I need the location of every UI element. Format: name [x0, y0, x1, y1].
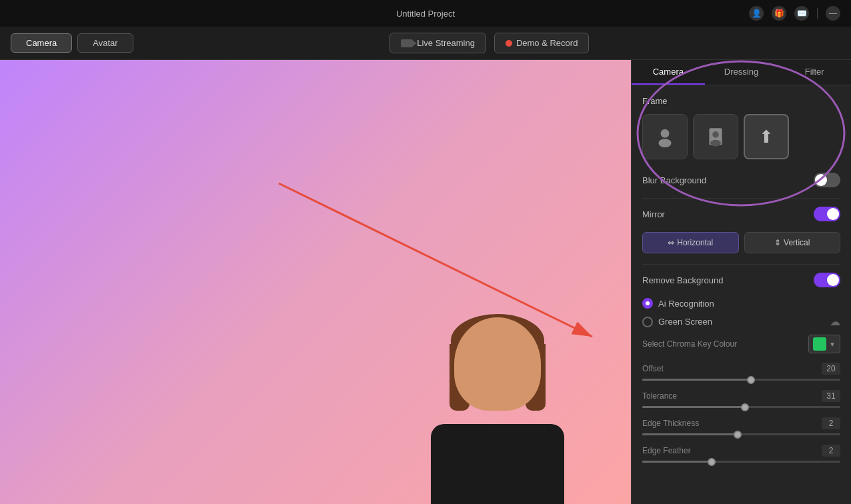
edge-feather-thumb[interactable] — [708, 458, 716, 466]
panel-content: Frame — [632, 85, 851, 504]
tolerance-value: 31 — [822, 390, 840, 402]
offset-thumb[interactable] — [747, 376, 755, 384]
demo-record-button[interactable]: Demo & Record — [494, 33, 589, 53]
edge-thickness-thumb[interactable] — [734, 431, 742, 439]
svg-point-4 — [658, 139, 671, 147]
tolerance-slider-row: Tolerance 31 — [642, 390, 840, 408]
titlebar: Untitled Project 👤 🎁 ✉️ — — [0, 0, 851, 27]
ai-recognition-radio[interactable] — [642, 298, 653, 309]
frame-option-portrait-circle[interactable] — [642, 114, 688, 159]
mail-icon[interactable]: ✉️ — [794, 6, 809, 21]
frame-options: ⬆ — [642, 114, 840, 159]
blur-bg-toggle[interactable] — [814, 173, 840, 187]
frame-option-portrait-square[interactable] — [693, 114, 738, 159]
edge-feather-slider-row: Edge Feather 2 — [642, 445, 840, 463]
svg-point-7 — [710, 140, 721, 147]
titlebar-icons: 👤 🎁 ✉️ — — [749, 6, 840, 21]
vertical-label: Vertical — [784, 238, 810, 247]
edge-feather-header: Edge Feather 2 — [642, 445, 840, 457]
main-layout: Camera Dressing Filter Frame — [0, 60, 851, 504]
horizontal-label: Horizontal — [677, 238, 713, 247]
edge-thickness-value: 2 — [822, 417, 840, 429]
frame-option-cursor[interactable]: ⬆ — [744, 114, 789, 159]
tab-dressing[interactable]: Dressing — [705, 60, 778, 85]
mirror-buttons: ⇔ Horizontal ⇕ Vertical — [642, 232, 840, 253]
gift-icon[interactable]: 🎁 — [772, 6, 786, 21]
remove-bg-row: Remove Background — [642, 273, 840, 287]
app-title: Untitled Project — [396, 9, 455, 19]
offset-label: Offset — [642, 364, 664, 373]
video-person — [404, 304, 591, 504]
right-panel: Camera Dressing Filter Frame — [631, 60, 851, 504]
edge-feather-label: Edge Feather — [642, 446, 691, 455]
edge-thickness-fill — [642, 433, 738, 435]
tolerance-track[interactable] — [642, 406, 840, 408]
green-screen-label: Green Screen — [658, 317, 712, 327]
edge-feather-track[interactable] — [642, 461, 840, 463]
offset-fill — [642, 379, 751, 381]
live-streaming-icon — [401, 39, 413, 47]
tab-filter[interactable]: Filter — [778, 60, 851, 85]
portrait-circle-icon — [654, 126, 676, 147]
blur-background-row: Blur Background — [642, 173, 840, 187]
edge-thickness-slider-row: Edge Thickness 2 — [642, 417, 840, 435]
chevron-down-icon: ▼ — [829, 341, 836, 348]
live-streaming-label: Live Streaming — [417, 38, 475, 48]
svg-point-3 — [661, 129, 670, 138]
offset-header: Offset 20 — [642, 363, 840, 375]
mirror-toggle[interactable] — [814, 207, 840, 221]
frame-section-title: Frame — [642, 96, 840, 106]
green-screen-row: Green Screen ☁ — [642, 315, 840, 328]
divider-2 — [642, 264, 840, 265]
titlebar-separator — [817, 8, 818, 19]
edge-thickness-track[interactable] — [642, 433, 840, 435]
cursor-icon: ⬆ — [759, 127, 774, 147]
tab-camera[interactable]: Camera — [632, 60, 705, 85]
svg-point-6 — [712, 131, 719, 138]
close-icon[interactable]: — — [826, 6, 840, 21]
demo-record-label: Demo & Record — [516, 38, 578, 48]
green-screen-radio[interactable] — [642, 317, 653, 327]
edge-feather-value: 2 — [822, 445, 840, 457]
portrait-square-icon — [705, 126, 726, 147]
tolerance-label: Tolerance — [642, 391, 677, 401]
horizontal-btn[interactable]: ⇔ Horizontal — [642, 232, 739, 253]
chroma-key-row: Select Chroma Key Colour ▼ — [642, 335, 840, 353]
tolerance-thumb[interactable] — [741, 403, 749, 411]
color-swatch — [813, 337, 826, 351]
topbar-center: Live Streaming Demo & Record — [139, 33, 840, 53]
divider-1 — [642, 198, 840, 199]
record-dot — [506, 40, 512, 47]
remove-bg-label: Remove Background — [642, 275, 723, 285]
chroma-key-label: Select Chroma Key Colour — [642, 339, 737, 349]
blur-bg-label: Blur Background — [642, 175, 706, 185]
edge-feather-fill — [642, 461, 712, 463]
ai-recognition-row: Ai Recognition — [642, 298, 840, 309]
avatar-tab[interactable]: Avatar — [77, 33, 133, 53]
edge-thickness-header: Edge Thickness 2 — [642, 417, 840, 429]
mirror-row: Mirror — [642, 207, 840, 221]
camera-tab[interactable]: Camera — [11, 33, 72, 53]
vertical-btn[interactable]: ⇕ Vertical — [744, 232, 841, 253]
person-body — [431, 424, 564, 504]
ai-recognition-label: Ai Recognition — [658, 299, 714, 309]
video-area — [0, 60, 631, 504]
cloud-icon: ☁ — [830, 315, 840, 328]
person-head — [454, 317, 541, 411]
horizontal-icon: ⇔ — [668, 238, 674, 247]
offset-track[interactable] — [642, 379, 840, 381]
offset-value: 20 — [822, 363, 840, 375]
tolerance-fill — [642, 406, 745, 408]
edge-thickness-label: Edge Thickness — [642, 419, 699, 428]
panel-tabs: Camera Dressing Filter — [632, 60, 851, 85]
chroma-key-picker[interactable]: ▼ — [808, 335, 840, 353]
live-streaming-button[interactable]: Live Streaming — [389, 33, 486, 53]
remove-bg-toggle[interactable] — [814, 273, 840, 287]
mirror-label: Mirror — [642, 209, 665, 219]
topbar: Camera Avatar Live Streaming Demo & Reco… — [0, 27, 851, 60]
vertical-icon: ⇕ — [774, 238, 781, 247]
offset-slider-row: Offset 20 — [642, 363, 840, 381]
user-icon[interactable]: 👤 — [749, 6, 764, 21]
tolerance-header: Tolerance 31 — [642, 390, 840, 402]
